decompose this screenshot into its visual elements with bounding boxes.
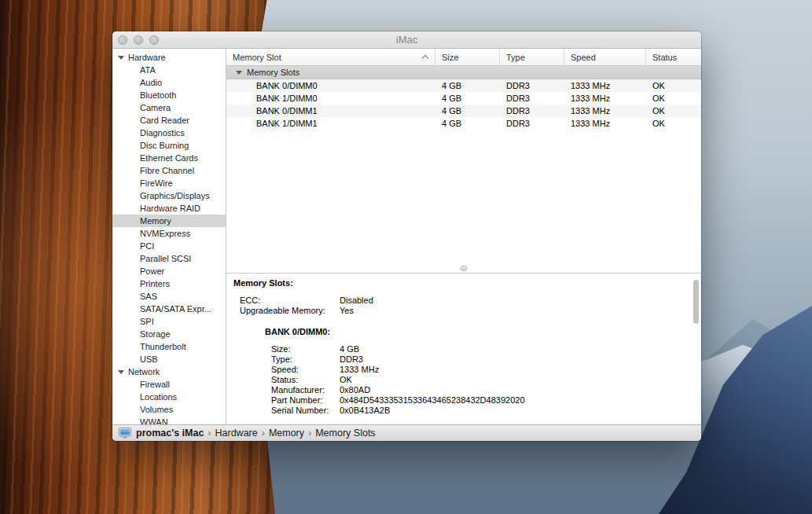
column-header-memory-slot[interactable]: Memory Slot (226, 49, 435, 65)
sidebar-item-camera[interactable]: Camera (112, 101, 226, 114)
close-button[interactable] (118, 35, 127, 45)
detail-line: Type:DDR3 (226, 354, 701, 365)
detail-value: 0x0B413A2B (340, 406, 390, 416)
column-header-type[interactable]: Type (500, 49, 564, 65)
sidebar-item-fibre-channel[interactable]: Fibre Channel (112, 164, 226, 177)
pane-splitter[interactable] (226, 263, 701, 274)
sidebar-item-usb[interactable]: USB (112, 353, 226, 365)
sort-ascending-icon (422, 55, 428, 61)
details-title: Memory Slots: (233, 278, 701, 288)
cell-slot: BANK 1/DIMM1 (226, 117, 435, 130)
sidebar-item-locations[interactable]: Locations (112, 391, 226, 403)
column-header-label: Speed (571, 53, 596, 62)
sidebar-item-sata-sata-expr[interactable]: SATA/SATA Expr... (112, 303, 226, 315)
sidebar-section-network[interactable]: Network (112, 365, 226, 378)
sidebar-item-sas[interactable]: SAS (112, 290, 226, 303)
disclosure-triangle-icon[interactable] (118, 56, 124, 60)
detail-value: DDR3 (340, 354, 363, 365)
sidebar-item-volumes[interactable]: Volumes (112, 403, 226, 416)
sidebar-item-firewire[interactable]: FireWire (112, 177, 226, 189)
sidebar-item-bluetooth[interactable]: Bluetooth (112, 89, 226, 101)
detail-label: Manufacturer: (271, 385, 340, 395)
disclosure-triangle-icon[interactable] (236, 71, 242, 75)
cell-size: 4 GB (435, 117, 500, 130)
sidebar-item-pci[interactable]: PCI (112, 240, 226, 252)
cell-speed: 1333 MHz (564, 79, 646, 92)
detail-line: ECC:Disabled (226, 296, 701, 306)
breadcrumb-separator: › (308, 428, 311, 439)
sidebar-item-disc-burning[interactable]: Disc Burning (112, 139, 226, 152)
column-header-status[interactable]: Status (646, 49, 701, 65)
sidebar-section-label: Network (128, 367, 160, 376)
status-bar: promac's iMac›Hardware›Memory›Memory Slo… (112, 424, 701, 441)
cell-status: OK (646, 79, 701, 92)
detail-value: 0x484D54333531533643465238432D48392020 (340, 395, 525, 406)
detail-label: Size: (271, 344, 340, 354)
cell-type: DDR3 (500, 105, 564, 117)
sidebar-item-thunderbolt[interactable]: Thunderbolt (112, 340, 226, 353)
sidebar-item-ethernet-cards[interactable]: Ethernet Cards (112, 152, 226, 164)
cell-size: 4 GB (435, 92, 500, 105)
disclosure-triangle-icon[interactable] (118, 370, 124, 374)
breadcrumb-separator: › (208, 428, 211, 439)
column-header-label: Memory Slot (233, 53, 281, 62)
column-header-size[interactable]: Size (435, 49, 500, 65)
minimize-button[interactable] (134, 35, 143, 45)
cell-status: OK (646, 92, 701, 105)
sidebar-item-graphics-displays[interactable]: Graphics/Displays (112, 189, 226, 202)
column-header-label: Type (506, 53, 525, 62)
detail-line: Serial Number:0x0B413A2B (226, 406, 701, 416)
sidebar-item-memory[interactable]: Memory (112, 215, 226, 227)
group-row-memory-slots[interactable]: Memory Slots (226, 66, 701, 79)
cell-slot: BANK 1/DIMM0 (226, 92, 435, 105)
detail-value: Yes (340, 306, 354, 316)
sidebar-item-printers[interactable]: Printers (112, 277, 226, 290)
cell-status: OK (646, 117, 701, 130)
detail-label: Status: (271, 375, 340, 385)
sidebar-item-card-reader[interactable]: Card Reader (112, 114, 226, 127)
details-scrollbar[interactable] (693, 280, 699, 324)
sidebar-item-nvmexpress[interactable]: NVMExpress (112, 227, 226, 240)
sidebar-item-firewall[interactable]: Firewall (112, 378, 226, 391)
column-header-speed[interactable]: Speed (564, 49, 646, 65)
sidebar-item-wwan[interactable]: WWAN (112, 416, 226, 424)
table-row[interactable]: BANK 0/DIMM14 GBDDR31333 MHzOK (226, 105, 701, 117)
details-bank-title: BANK 0/DIMM0: (265, 327, 701, 336)
detail-line: Part Number:0x484D5433353153364346523843… (226, 395, 701, 406)
details-fields: Size:4 GBType:DDR3Speed:1333 MHzStatus:O… (226, 344, 701, 416)
sidebar-item-spi[interactable]: SPI (112, 315, 226, 328)
zoom-button[interactable] (149, 35, 159, 45)
group-row-label: Memory Slots (247, 68, 299, 77)
cell-speed: 1333 MHz (564, 117, 646, 130)
sidebar-item-diagnostics[interactable]: Diagnostics (112, 127, 226, 139)
window-title: iMac (112, 34, 701, 46)
splitter-dimple-icon[interactable] (461, 266, 468, 271)
cell-type: DDR3 (500, 79, 564, 92)
detail-value: OK (340, 375, 352, 385)
table-row[interactable]: BANK 0/DIMM04 GBDDR31333 MHzOK (226, 79, 701, 92)
table-rows: BANK 0/DIMM04 GBDDR31333 MHzOKBANK 1/DIM… (226, 79, 701, 130)
breadcrumb-computer: promac's iMac (136, 428, 204, 439)
column-header-label: Size (442, 53, 458, 62)
sidebar-item-parallel-scsi[interactable]: Parallel SCSI (112, 252, 226, 265)
sidebar-item-storage[interactable]: Storage (112, 328, 226, 340)
breadcrumb-item-memory: Memory (269, 428, 304, 439)
sidebar-item-ata[interactable]: ATA (112, 64, 226, 76)
detail-value: 0x80AD (340, 385, 370, 395)
breadcrumb: promac's iMac›Hardware›Memory›Memory Slo… (136, 428, 376, 439)
detail-label: Speed: (271, 365, 340, 375)
sidebar-item-hardware-raid[interactable]: Hardware RAID (112, 202, 226, 215)
system-information-window: iMac HardwareATAAudioBluetoothCameraCard… (112, 31, 701, 441)
detail-label: Part Number: (271, 395, 340, 406)
column-header-label: Status (652, 53, 677, 62)
sidebar-item-audio[interactable]: Audio (112, 76, 226, 89)
detail-value: 4 GB (340, 344, 359, 354)
cell-speed: 1333 MHz (564, 105, 646, 117)
details-summary: ECC:DisabledUpgradeable Memory:Yes (226, 296, 701, 316)
detail-line: Speed:1333 MHz (226, 365, 701, 375)
sidebar-item-power[interactable]: Power (112, 265, 226, 277)
sidebar-section-hardware[interactable]: Hardware (112, 51, 226, 64)
table-row[interactable]: BANK 1/DIMM04 GBDDR31333 MHzOK (226, 92, 701, 105)
window-titlebar[interactable]: iMac (112, 31, 701, 49)
table-row[interactable]: BANK 1/DIMM14 GBDDR31333 MHzOK (226, 117, 701, 130)
